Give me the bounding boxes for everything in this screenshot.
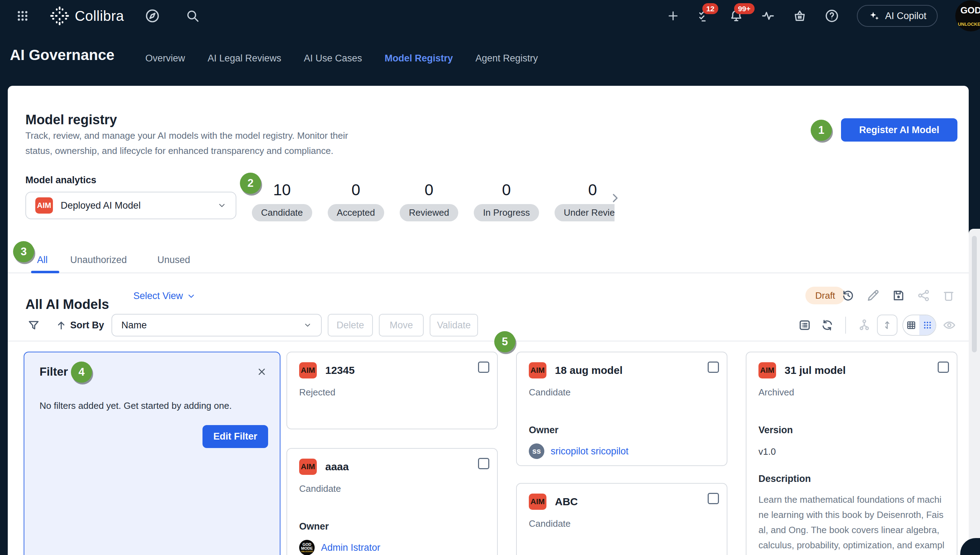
tasks-count-badge: 12 [702,3,718,14]
model-select-checkbox[interactable] [478,361,489,373]
view-tab-all[interactable]: All [37,255,48,266]
delete-button[interactable]: Delete [328,314,373,337]
model-title[interactable]: aaaa [325,461,349,473]
tab-model-registry[interactable]: Model Registry [385,53,453,64]
table-view-icon[interactable] [903,315,919,335]
filter-title: Filter [40,365,68,379]
model-select-checkbox[interactable] [478,458,489,469]
activity-pulse-icon[interactable] [761,9,775,23]
owner-link[interactable]: Admin Istrator [321,542,380,553]
tab-agent-registry[interactable]: Agent Registry [476,53,538,64]
model-select-checkbox[interactable] [938,361,949,373]
model-status: Candidate [529,518,715,529]
card-header: AIM 31 jul model [758,362,945,379]
page-title: AI Governance [10,47,114,64]
ai-copilot-label: AI Copilot [885,11,926,21]
model-card-18-aug[interactable]: AIM 18 aug model Candidate Owner ss sric… [516,352,727,466]
edit-pencil-icon[interactable] [866,289,880,302]
eye-preview-icon[interactable] [943,318,956,332]
topbar: Collibra 12 [0,0,980,32]
sort-field-value: Name [122,320,304,331]
search-icon[interactable] [185,9,200,23]
owner-row: ss sricopilot sricopilot [529,443,715,459]
collibra-logo-icon[interactable] [50,6,70,26]
hierarchy-icon[interactable] [858,318,871,332]
model-title[interactable]: 18 aug model [555,364,623,376]
view-tab-unauthorized[interactable]: Unauthorized [70,255,127,266]
tab-ai-use-cases[interactable]: AI Use Cases [304,53,362,64]
move-button[interactable]: Move [379,314,424,337]
scrollbar-track[interactable] [969,229,980,555]
model-card-31-jul[interactable]: AIM 31 jul model Archived Version v1.0 D… [746,352,958,555]
notifications-bell-icon[interactable]: 99+ [729,9,743,23]
save-icon[interactable] [892,289,905,302]
filter-close-icon[interactable] [256,366,267,377]
tab-ai-legal-reviews[interactable]: AI Legal Reviews [208,53,281,64]
chevron-down-icon [217,201,227,210]
tab-overview[interactable]: Overview [145,53,185,64]
user-avatar[interactable]: GOD UNLOCKED [955,0,980,31]
model-title[interactable]: 31 jul model [785,364,846,376]
compass-icon[interactable] [145,8,160,24]
grid-view-icon[interactable] [919,315,935,335]
aim-asset-badge: AIM [529,362,547,379]
annotation-3: 3 [13,241,34,262]
owner-avatar: ss [529,443,544,459]
view-mode-toggle[interactable] [902,314,936,336]
card-header: AIM aaaa [299,459,485,475]
app-grid-icon[interactable] [16,10,29,22]
stat-accepted: 0 Accepted [328,182,384,224]
refresh-icon[interactable] [820,318,834,332]
validate-button[interactable]: Validate [430,314,478,337]
owner-avatar: GOD MODE UNLOCKED [299,540,315,555]
model-card-aaaa[interactable]: AIM aaaa Candidate Owner GOD MODE UNLOCK… [286,448,498,555]
filter-funnel-icon[interactable] [27,319,40,332]
register-ai-model-button[interactable]: Register AI Model [841,118,958,141]
delete-trash-icon[interactable] [942,289,955,302]
sort-direction-icon[interactable] [55,319,67,332]
ai-copilot-button[interactable]: AI Copilot [857,5,938,27]
model-select-checkbox[interactable] [708,361,719,373]
share-icon[interactable] [917,289,930,302]
view-tab-unused[interactable]: Unused [157,255,190,266]
model-title[interactable]: 12345 [325,364,355,376]
row-height-toggle[interactable] [877,314,897,336]
chevron-down-icon [304,321,312,329]
toolbar-bottom-divider [8,341,969,342]
analytics-model-selector[interactable]: AIM Deployed AI Model [26,192,237,219]
aim-asset-badge: AIM [299,362,317,379]
help-icon[interactable] [825,8,839,23]
stat-in-progress: 0 In Progress [474,182,539,224]
add-icon[interactable] [667,9,680,22]
model-card-abc[interactable]: AIM ABC Candidate Owner [516,483,727,555]
model-status: Rejected [299,387,485,398]
select-view-dropdown[interactable]: Select View [133,290,196,302]
aim-asset-badge: AIM [529,494,547,510]
basket-icon[interactable] [793,9,807,23]
model-title[interactable]: ABC [555,496,578,508]
notifications-count-badge: 99+ [734,3,755,14]
model-registry-panel: Model registry Track, review, and manage… [8,86,969,555]
owner-link[interactable]: sricopilot sricopilot [551,446,628,457]
aim-asset-badge: AIM [35,197,53,213]
tasks-icon[interactable]: 12 [697,9,711,23]
edit-filter-button[interactable]: Edit Filter [203,425,268,448]
section-title: Model registry [26,112,117,127]
annotation-4: 4 [71,361,92,383]
avatar-text-unlocked: UNLOCKED [958,22,980,26]
filter-empty-text: No filters added yet. Get started by add… [40,400,232,411]
stat-under-review: 0 Under Review [555,182,614,224]
view-status-badge: Draft [806,287,845,304]
stats-scroll-right-icon[interactable] [608,191,622,205]
model-select-checkbox[interactable] [708,493,719,504]
model-analytics-label: Model analytics [26,175,96,186]
owner-label: Owner [299,521,485,532]
history-icon[interactable] [841,289,855,302]
aim-asset-badge: AIM [758,362,776,379]
sort-field-dropdown[interactable]: Name [112,314,322,337]
list-view-icon[interactable] [798,318,811,332]
owner-label: Owner [529,425,715,436]
scrollbar-thumb[interactable] [972,236,977,352]
model-card-12345[interactable]: AIM 12345 Rejected [286,352,498,429]
collibra-wordmark: Collibra [75,8,124,24]
